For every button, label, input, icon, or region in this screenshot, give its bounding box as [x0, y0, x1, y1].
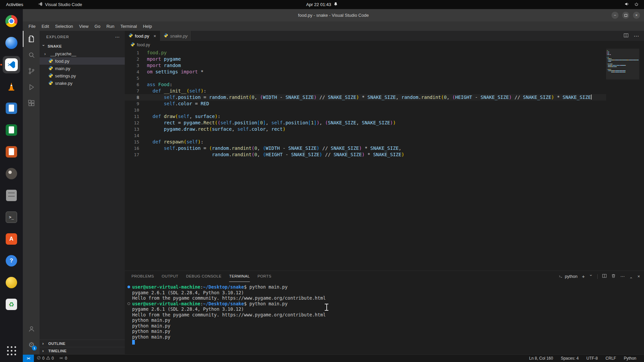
terminal-icon[interactable]: >_ [3, 208, 20, 226]
menu-edit[interactable]: Edit [39, 23, 52, 30]
activitybar-run-debug-icon[interactable] [23, 79, 40, 95]
code-line-10[interactable]: 10 [125, 107, 606, 113]
code-line-9[interactable]: 9 self.color = RED [125, 101, 606, 107]
code-line-16[interactable]: 16 self.position = (random.randint(0, (W… [125, 145, 606, 152]
code-text: om settings import * [147, 69, 204, 75]
file-item-settings-py[interactable]: settings.py [40, 72, 125, 79]
code-line-11[interactable]: 11 def draw(self, surface): [125, 113, 606, 120]
menu-view[interactable]: View [76, 23, 92, 30]
minimap[interactable] [606, 49, 639, 270]
split-terminal-icon[interactable] [602, 274, 607, 279]
vscode-icon[interactable] [3, 56, 20, 73]
code-line-5[interactable]: 5 [125, 75, 606, 81]
new-terminal-icon[interactable]: + [582, 274, 585, 279]
code-line-3[interactable]: 3mport random [125, 62, 606, 69]
menu-run[interactable]: Run [103, 23, 117, 30]
clock-menu[interactable]: Apr 22 01:43 [306, 2, 338, 7]
status-python[interactable]: Python [622, 356, 639, 361]
code-line-7[interactable]: 7 def __init__(self): [125, 88, 606, 94]
code-line-12[interactable]: 12 rect = pygame.Rect((self.position[0],… [125, 120, 606, 126]
file-item-snake-py[interactable]: snake.py [40, 79, 125, 87]
close-button[interactable]: × [633, 12, 640, 19]
tab-food-py[interactable]: food.py× [125, 31, 160, 41]
terminal-output[interactable]: user@user-virtual-machine:~/Desktop/snak… [125, 282, 644, 354]
menu-go[interactable]: Go [92, 23, 103, 30]
code-line-2[interactable]: 2mport pygame [125, 56, 606, 62]
section-outline[interactable]: ›OUTLINE [40, 340, 125, 347]
command-decoration-filled[interactable] [127, 286, 130, 288]
terminal-dropdown-icon[interactable]: › [589, 275, 594, 279]
activitybar-explorer-icon[interactable] [23, 31, 40, 47]
code-line-15[interactable]: 15 def respawn(self): [125, 139, 606, 145]
recycle-icon[interactable]: ♻ [3, 296, 20, 313]
panel-tab-output[interactable]: OUTPUT [162, 271, 178, 282]
status-ln[interactable]: Ln 8, Col 160 [527, 356, 555, 361]
blue-globe-icon[interactable] [3, 34, 20, 52]
title-bar[interactable]: food.py - snake - Visual Studio Code − × [23, 9, 644, 21]
menu-file[interactable]: File [25, 23, 39, 30]
menu-help[interactable]: Help [140, 23, 155, 30]
status-utf-8[interactable]: UTF-8 [584, 356, 600, 361]
tab-snake-py[interactable]: snake.py [160, 31, 192, 41]
panel-tab-debug-console[interactable]: DEBUG CONSOLE [186, 271, 222, 282]
views-more-actions-icon[interactable]: ⋯ [115, 34, 120, 40]
terminal-profile[interactable]: python [558, 274, 578, 279]
problems-status[interactable]: 0 0 [34, 355, 56, 362]
command-decoration-open[interactable] [127, 302, 130, 305]
panel-tab-terminal[interactable]: TERMINAL [229, 271, 250, 282]
yellow-app-icon[interactable] [3, 274, 20, 291]
file-item-food-py[interactable]: food.py [40, 57, 125, 65]
tab-label: snake.py [170, 34, 187, 39]
file-item-main-py[interactable]: main.py [40, 65, 125, 72]
settings-gear-icon[interactable]: ⚙1 [23, 337, 40, 353]
maximize-panel-icon[interactable]: › [629, 275, 633, 279]
code-line-4[interactable]: 4om settings import * [125, 69, 606, 75]
activitybar-source-control-icon[interactable] [23, 63, 40, 79]
vlc-icon[interactable] [3, 78, 20, 95]
software-store-icon[interactable]: A [3, 230, 20, 248]
maximize-button[interactable] [622, 12, 629, 19]
kill-terminal-icon[interactable] [611, 274, 616, 279]
line-number: 14 [125, 132, 147, 139]
panel-tab-ports[interactable]: PORTS [258, 271, 271, 282]
panel-more-actions-icon[interactable]: ⋯ [620, 274, 625, 279]
focused-app-menu[interactable]: Visual Studio Code [38, 2, 82, 7]
close-panel-icon[interactable]: × [637, 274, 640, 279]
remote-indicator[interactable]: >< [23, 355, 34, 362]
status-spaces[interactable]: Spaces: 4 [558, 356, 581, 361]
status-crlf[interactable]: CRLF [603, 356, 618, 361]
menu-selection[interactable]: Selection [52, 23, 76, 30]
code-line-17[interactable]: 17 random.randint(0, (HEIGHT - SNAKE_SIZ… [125, 152, 606, 158]
help-icon[interactable]: ? [3, 252, 20, 269]
accounts-icon[interactable] [23, 321, 40, 337]
python-file-icon [164, 33, 168, 39]
code-line-13[interactable]: 13 pygame.draw.rect(surface, self.color,… [125, 126, 606, 132]
ports-status[interactable]: 0 [56, 355, 70, 362]
activitybar-search-icon[interactable] [23, 47, 40, 63]
chrome-icon[interactable] [3, 12, 20, 30]
activitybar-extensions-icon[interactable] [23, 95, 40, 111]
editor-more-actions-icon[interactable]: ⋯ [634, 33, 639, 39]
menu-terminal[interactable]: Terminal [117, 23, 140, 30]
code-line-14[interactable]: 14 [125, 132, 606, 139]
code-editor[interactable]: 1food.py2mport pygame3mport random4om se… [125, 49, 644, 270]
close-tab-icon[interactable]: × [154, 34, 156, 39]
breadcrumb[interactable]: food.py [125, 41, 644, 49]
split-editor-icon[interactable] [624, 33, 629, 39]
section-timeline[interactable]: ›TIMELINE [40, 347, 125, 354]
libreoffice-calc-icon[interactable] [3, 121, 20, 139]
project-root-snake[interactable]: ›SNAKE [40, 43, 125, 50]
files-icon[interactable] [3, 187, 20, 204]
minimize-button[interactable]: − [611, 12, 619, 19]
code-line-6[interactable]: 6ass Food: [125, 81, 606, 88]
libreoffice-writer-icon[interactable] [3, 100, 20, 117]
system-status-area[interactable] [625, 2, 644, 7]
file-item--pycache-[interactable]: ›__pycache__ [40, 50, 125, 57]
activities-button[interactable]: Activities [0, 0, 29, 9]
code-line-8[interactable]: 8 self.position = random.randint(0, (WID… [125, 94, 606, 101]
show-applications-icon[interactable] [4, 343, 19, 358]
gimp-icon[interactable] [3, 165, 20, 182]
libreoffice-impress-icon[interactable] [3, 143, 20, 161]
panel-tab-problems[interactable]: PROBLEMS [131, 271, 154, 282]
code-line-1[interactable]: 1food.py [125, 50, 606, 56]
